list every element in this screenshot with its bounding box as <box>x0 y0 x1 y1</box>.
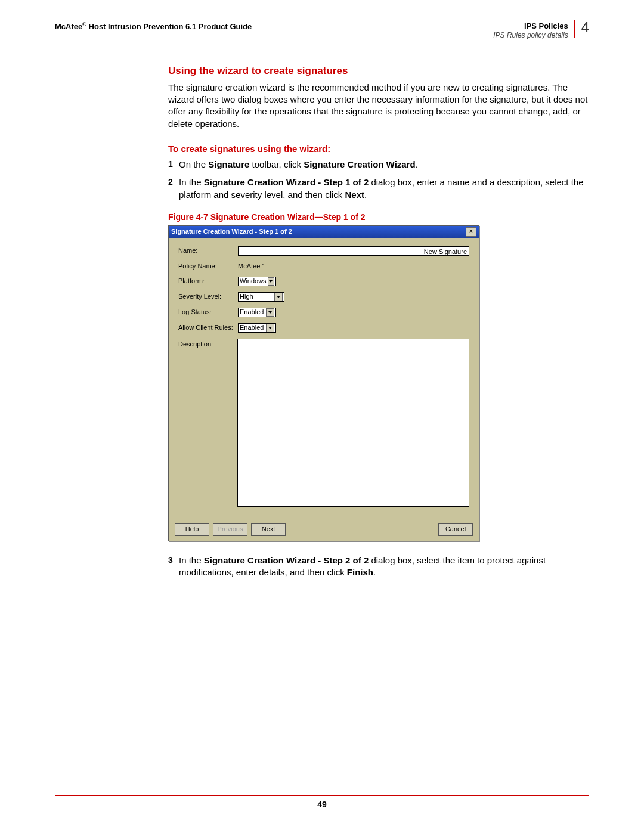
dialog-button-bar: Help Previous Next Cancel <box>169 518 479 541</box>
severity-label: Severity Level: <box>178 292 238 301</box>
figure-caption: Figure 4-7 Signature Creation Wizard—Ste… <box>168 212 589 223</box>
signature-wizard-dialog: Signature Creation Wizard - Step 1 of 2 … <box>168 225 479 541</box>
close-icon[interactable]: × <box>466 227 476 237</box>
page-header: McAfee® Host Intrusion Prevention 6.1 Pr… <box>55 21 589 39</box>
log-status-select[interactable]: Enabled <box>238 308 276 317</box>
content: Using the wizard to create signatures Th… <box>168 64 589 578</box>
step-number: 3 <box>168 555 173 566</box>
guide-title: Host Intrusion Prevention 6.1 Product Gu… <box>86 22 252 31</box>
subheading: To create signatures using the wizard: <box>168 143 589 155</box>
step-number: 2 <box>168 176 173 188</box>
section-subtitle: IPS Rules policy details <box>493 31 574 39</box>
step-1: 1 On the Signature toolbar, click Signat… <box>168 159 589 171</box>
name-input[interactable]: New Signature <box>238 246 469 256</box>
chevron-down-icon[interactable] <box>266 324 274 332</box>
description-label: Description: <box>178 339 237 349</box>
heading: Using the wizard to create signatures <box>168 64 589 78</box>
chevron-down-icon[interactable] <box>266 308 274 317</box>
description-textarea[interactable] <box>237 339 469 507</box>
severity-select[interactable]: High <box>238 292 284 302</box>
header-right: IPS Policies IPS Rules policy details 4 <box>493 21 589 39</box>
help-button[interactable]: Help <box>175 523 209 536</box>
page-number: 49 <box>0 800 644 809</box>
policy-label: Policy Name: <box>178 262 238 271</box>
brand: McAfee <box>55 22 82 31</box>
name-label: Name: <box>178 246 238 255</box>
client-rules-label: Allow Client Rules: <box>178 323 238 332</box>
step-2: 2 In the Signature Creation Wizard - Ste… <box>168 176 589 201</box>
step-number: 1 <box>168 159 173 170</box>
chapter-number: 4 <box>574 20 589 38</box>
next-button[interactable]: Next <box>251 523 286 536</box>
footer-rule <box>55 795 589 796</box>
cancel-button[interactable]: Cancel <box>438 523 473 536</box>
chevron-down-icon[interactable] <box>274 293 283 301</box>
platform-label: Platform: <box>178 277 238 286</box>
client-rules-select[interactable]: Enabled <box>238 323 276 333</box>
platform-select[interactable]: Windows <box>238 277 276 286</box>
section-title: IPS Policies <box>524 21 574 31</box>
dialog-titlebar[interactable]: Signature Creation Wizard - Step 1 of 2 … <box>169 226 479 238</box>
intro-paragraph: The signature creation wizard is the rec… <box>168 82 589 130</box>
policy-value: McAfee 1 <box>238 262 265 271</box>
header-left: McAfee® Host Intrusion Prevention 6.1 Pr… <box>55 21 252 31</box>
previous-button: Previous <box>213 523 247 536</box>
registered-mark: ® <box>82 21 86 27</box>
log-label: Log Status: <box>178 308 238 317</box>
step-3: 3 In the Signature Creation Wizard - Ste… <box>168 555 589 579</box>
chevron-down-icon[interactable] <box>268 277 274 286</box>
dialog-title: Signature Creation Wizard - Step 1 of 2 <box>171 227 292 236</box>
